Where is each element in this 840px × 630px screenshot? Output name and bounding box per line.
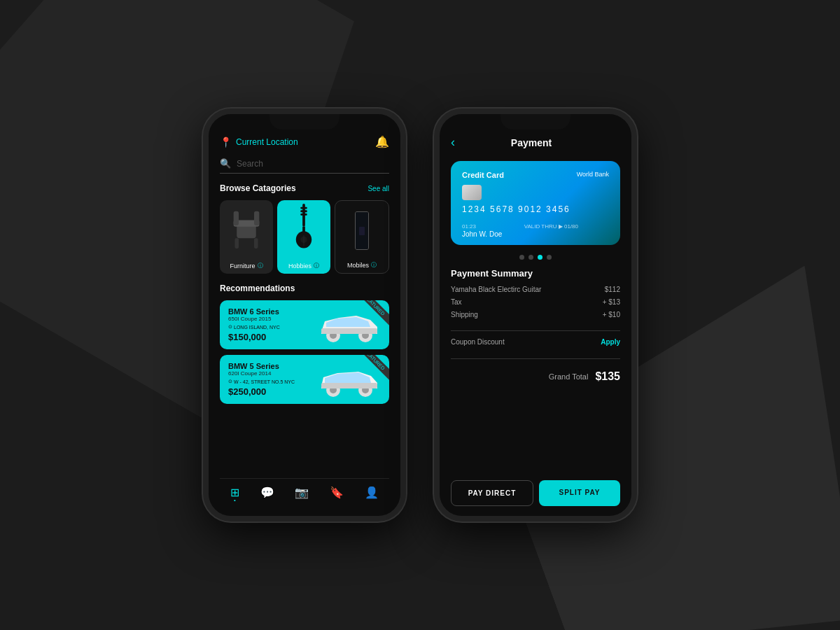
svg-rect-8 xyxy=(300,210,307,212)
svg-rect-23 xyxy=(321,383,377,388)
rec-2-price: $250,000 xyxy=(228,386,318,397)
see-all-categories[interactable]: See all xyxy=(368,185,389,192)
car-1-image xyxy=(318,307,381,342)
card-holder-name: John W. Doe xyxy=(462,230,502,238)
phone-screen-store: 📍 Current Location 🔔 🔍 Search Browse Cat… xyxy=(209,114,400,516)
location-left: 📍 Current Location xyxy=(220,136,298,148)
rec-1-price: $150,000 xyxy=(228,332,318,342)
card-chip xyxy=(462,185,482,200)
nav-home-icon[interactable]: ⊞ xyxy=(230,486,239,499)
nav-bookmark-icon[interactable]: 🔖 xyxy=(330,486,344,499)
card-dots xyxy=(451,255,620,260)
category-hobbies[interactable]: Hobbies ⓘ xyxy=(277,200,330,274)
categories-list: Furniture ⓘ xyxy=(220,200,389,274)
back-button[interactable]: ‹ xyxy=(451,135,455,150)
summary-row-item: Yamaha Black Electirc Guitar $112 xyxy=(451,286,620,293)
card-expiry: 01:23 xyxy=(462,223,476,230)
credit-card: Credit Card World Bank 1234 5678 9012 34… xyxy=(451,161,620,245)
recommendation-card-2[interactable]: BMW 5 Series 620I Coupe 2014 ⊙ W - 42, S… xyxy=(220,355,389,404)
payment-summary-title: Payment Summary xyxy=(451,268,620,279)
categories-header: Browse Catagories See all xyxy=(220,183,389,193)
categories-title: Browse Catagories xyxy=(220,183,296,193)
car-2-image xyxy=(318,362,381,397)
tax-label: Tax xyxy=(451,298,462,306)
nav-chat-icon[interactable]: 💬 xyxy=(260,486,274,499)
grand-total-value: $135 xyxy=(595,370,620,383)
card-dot-1[interactable] xyxy=(519,255,524,260)
svg-rect-7 xyxy=(300,207,307,209)
rec-2-subtitle: 620I Coupe 2014 xyxy=(228,370,318,377)
nav-camera-icon[interactable]: 📷 xyxy=(295,486,309,499)
rec-1-subtitle: 650I Coupe 2015 xyxy=(228,316,318,322)
payment-header: ‹ Payment xyxy=(451,135,620,150)
card-dot-3[interactable] xyxy=(538,255,542,260)
search-input-text: Search xyxy=(237,159,263,169)
furniture-label: Furniture ⓘ xyxy=(230,262,262,270)
svg-rect-4 xyxy=(234,211,239,225)
phone-device-img xyxy=(355,211,369,250)
grand-total-label: Grand Total xyxy=(549,372,589,381)
svg-rect-2 xyxy=(235,238,239,248)
category-mobiles[interactable]: Mobiles ⓘ xyxy=(335,200,389,274)
svg-rect-5 xyxy=(254,211,259,225)
phone-notch xyxy=(270,114,340,130)
card-dot-4[interactable] xyxy=(547,255,552,260)
phone2-content: ‹ Payment Credit Card World Bank 1234 56… xyxy=(440,114,631,516)
svg-rect-3 xyxy=(254,238,258,248)
phone1-content: 📍 Current Location 🔔 🔍 Search Browse Cat… xyxy=(209,114,400,516)
svg-rect-12 xyxy=(302,227,305,232)
card-valid: VALID THRU ▶ 01/80 xyxy=(524,223,578,230)
rec-2-title: BMW 5 Series xyxy=(228,362,318,370)
nav-profile-icon[interactable]: 👤 xyxy=(365,486,379,499)
coupon-row: Coupon Discount Apply xyxy=(451,338,620,346)
tax-value: + $13 xyxy=(603,298,620,306)
svg-rect-9 xyxy=(300,214,307,216)
search-bar[interactable]: 🔍 Search xyxy=(220,158,389,174)
shipping-label: Shipping xyxy=(451,311,478,318)
recommendations-title: Recommendations xyxy=(220,284,295,293)
grand-total-row: Grand Total $135 xyxy=(451,366,620,383)
phone-payment: ‹ Payment Credit Card World Bank 1234 56… xyxy=(434,108,637,522)
phone-notch-2 xyxy=(500,114,570,130)
location-bar: 📍 Current Location 🔔 xyxy=(220,135,389,148)
pay-direct-button[interactable]: PAY DIRECT xyxy=(451,480,533,506)
bottom-nav: ⊞ 💬 📷 🔖 👤 xyxy=(220,478,389,509)
recommendations-section: Recommendations BMW 6 Series 650I Coupe … xyxy=(220,284,389,478)
category-furniture[interactable]: Furniture ⓘ xyxy=(220,200,273,274)
phone-store: 📍 Current Location 🔔 🔍 Search Browse Cat… xyxy=(203,108,406,522)
recommendation-card-1[interactable]: BMW 6 Series 650I Coupe 2015 ⊙ LONG ISLA… xyxy=(220,300,389,349)
apply-button[interactable]: Apply xyxy=(601,338,620,346)
search-icon: 🔍 xyxy=(220,158,231,169)
svg-rect-18 xyxy=(321,328,377,334)
card-bank: World Bank xyxy=(577,171,609,178)
item-value: $112 xyxy=(605,286,620,293)
rec-1-title: BMW 6 Series xyxy=(228,307,318,316)
payment-title: Payment xyxy=(463,137,599,148)
phone-screen-payment: ‹ Payment Credit Card World Bank 1234 56… xyxy=(440,114,631,516)
summary-row-shipping: Shipping + $10 xyxy=(451,311,620,318)
coupon-label: Coupon Discount xyxy=(451,338,505,346)
total-divider xyxy=(451,358,620,359)
card-dot-2[interactable] xyxy=(528,255,533,260)
recommendations-header: Recommendations xyxy=(220,284,389,293)
shipping-value: + $10 xyxy=(603,311,620,318)
hobbies-label: Hobbies ⓘ xyxy=(288,262,319,270)
pin-icon: 📍 xyxy=(220,136,232,148)
rec-1-location: ⊙ LONG ISLAND, NYC xyxy=(228,324,318,330)
payment-buttons: PAY DIRECT SPLIT PAY xyxy=(451,480,620,506)
summary-row-tax: Tax + $13 xyxy=(451,298,620,306)
split-pay-button[interactable]: SPLIT PAY xyxy=(539,480,620,506)
rec-card-2-info: BMW 5 Series 620I Coupe 2014 ⊙ W - 42, S… xyxy=(228,362,318,397)
rec-card-1-info: BMW 6 Series 650I Coupe 2015 ⊙ LONG ISLA… xyxy=(228,307,318,342)
mobiles-label: Mobiles ⓘ xyxy=(347,261,377,269)
card-number: 1234 5678 9012 3456 xyxy=(462,204,609,214)
summary-divider xyxy=(451,330,620,331)
rec-2-location: ⊙ W - 42, STREET NO.5 NYC xyxy=(228,379,318,384)
item-label: Yamaha Black Electirc Guitar xyxy=(451,286,541,293)
bell-icon[interactable]: 🔔 xyxy=(375,135,389,148)
phones-container: 📍 Current Location 🔔 🔍 Search Browse Cat… xyxy=(203,108,637,522)
location-label: Current Location xyxy=(236,137,298,147)
